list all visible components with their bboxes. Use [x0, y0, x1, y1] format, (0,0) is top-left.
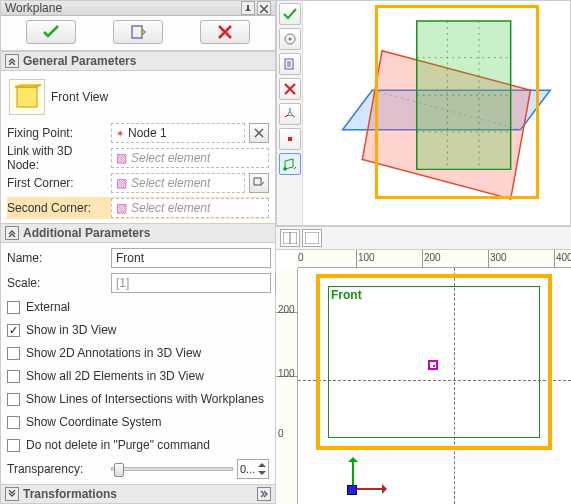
chevron-down-icon — [5, 487, 19, 501]
canvas-2d[interactable]: Front — [298, 268, 571, 504]
section-additional-label: Additional Parameters — [23, 226, 150, 240]
chevron-up-icon — [5, 54, 19, 68]
svg-rect-1 — [17, 87, 37, 107]
svg-rect-2 — [254, 178, 261, 185]
workplane-label: Front — [331, 288, 362, 302]
view-type-icon[interactable] — [9, 79, 45, 115]
first-corner-label: First Corner: — [7, 176, 107, 190]
ruler-horizontal: 0 100 200 300 400 — [298, 250, 571, 268]
tool-cancel-icon[interactable] — [279, 78, 301, 100]
external-label: External — [26, 300, 70, 314]
ruler-vertical: 0 100 200 — [276, 268, 298, 504]
show-2d-annot-checkbox[interactable] — [7, 347, 20, 360]
chevron-up-icon — [5, 226, 19, 240]
svg-point-6 — [288, 112, 292, 116]
clear-fixing-point-button[interactable] — [249, 123, 269, 143]
cancel-button[interactable] — [200, 20, 250, 44]
svg-point-8 — [283, 167, 287, 171]
tool-plane-icon[interactable] — [279, 153, 301, 175]
scale-input[interactable] — [111, 273, 271, 293]
show-3d-checkbox[interactable]: ✓ — [7, 324, 20, 337]
tool-point-icon[interactable] — [279, 128, 301, 150]
section-additional-header[interactable]: Additional Parameters — [1, 223, 275, 243]
view-tabbar — [276, 226, 571, 250]
no-purge-checkbox[interactable] — [7, 439, 20, 452]
pick-icon: ▧ — [116, 176, 127, 190]
action-row — [1, 16, 275, 51]
show-all-2d-checkbox[interactable] — [7, 370, 20, 383]
workplane-panel: Workplane — [0, 0, 276, 504]
origin-marker-icon — [347, 485, 357, 495]
close-icon[interactable] — [257, 1, 271, 15]
pin-icon[interactable] — [241, 1, 255, 15]
intersections-checkbox[interactable] — [7, 393, 20, 406]
tab-split-icon[interactable] — [280, 229, 300, 247]
pick-icon: ▧ — [116, 151, 127, 165]
section-general-header[interactable]: General Parameters — [1, 51, 275, 71]
section-transformations-header[interactable]: Transformations — [1, 484, 275, 504]
coord-sys-checkbox[interactable] — [7, 416, 20, 429]
show-2d-annot-label: Show 2D Annotations in 3D View — [26, 346, 201, 360]
svg-rect-0 — [132, 26, 142, 38]
name-input[interactable] — [111, 248, 271, 268]
link-3d-node-field[interactable]: ▧ Select element — [111, 148, 269, 168]
transparency-value[interactable]: 0... — [237, 459, 269, 479]
viewport-2d[interactable]: 0 100 200 300 400 0 100 200 Front — [276, 250, 571, 504]
scale-label: Scale: — [7, 276, 107, 290]
view-type-label: Front View — [51, 90, 108, 104]
pick-point-marker[interactable] — [428, 360, 438, 370]
viewport-3d-toolbar — [277, 1, 303, 225]
intersections-label: Show Lines of Intersections with Workpla… — [26, 392, 264, 406]
coord-sys-label: Show Coordinate System — [26, 415, 161, 429]
ok-button[interactable] — [26, 20, 76, 44]
panel-title: Workplane — [5, 1, 62, 15]
expand-transforms-icon[interactable] — [257, 487, 271, 501]
tool-preview-icon[interactable] — [279, 53, 301, 75]
section-transforms-label: Transformations — [23, 487, 117, 501]
svg-rect-20 — [305, 232, 319, 244]
first-corner-field[interactable]: ▧ Select element — [111, 173, 245, 193]
show-3d-label: Show in 3D View — [26, 323, 117, 337]
transparency-slider[interactable] — [111, 467, 233, 471]
fixing-point-label: Fixing Point: — [7, 126, 107, 140]
tab-single-icon[interactable] — [302, 229, 322, 247]
show-all-2d-label: Show all 2D Elements in 3D View — [26, 369, 204, 383]
svg-marker-12 — [417, 21, 511, 169]
external-checkbox[interactable] — [7, 301, 20, 314]
tool-ok-icon[interactable] — [279, 3, 301, 25]
tool-axis-icon[interactable] — [279, 103, 301, 125]
name-label: Name: — [7, 251, 107, 265]
fixing-point-field[interactable]: ✶ Node 1 — [111, 123, 245, 143]
link-3d-node-label: Link with 3D Node: — [7, 144, 107, 172]
no-purge-label: Do not delete in "Purge" command — [26, 438, 210, 452]
tool-settings-icon[interactable] — [279, 28, 301, 50]
pick-icon: ▧ — [116, 201, 127, 215]
viewport-3d[interactable] — [276, 0, 571, 226]
second-corner-label: Second Corner: — [7, 201, 107, 215]
node-icon: ✶ — [116, 128, 124, 139]
section-general-label: General Parameters — [23, 54, 136, 68]
titlebar: Workplane — [1, 1, 275, 16]
second-corner-field[interactable]: ▧ Select element — [111, 198, 269, 218]
preview-button[interactable] — [113, 20, 163, 44]
svg-rect-7 — [288, 137, 292, 141]
first-corner-pick-button[interactable] — [249, 173, 269, 193]
transparency-label: Transparency: — [7, 462, 107, 476]
axis-y-icon — [352, 458, 354, 488]
svg-point-4 — [288, 38, 291, 41]
axis-x-icon — [352, 488, 386, 490]
